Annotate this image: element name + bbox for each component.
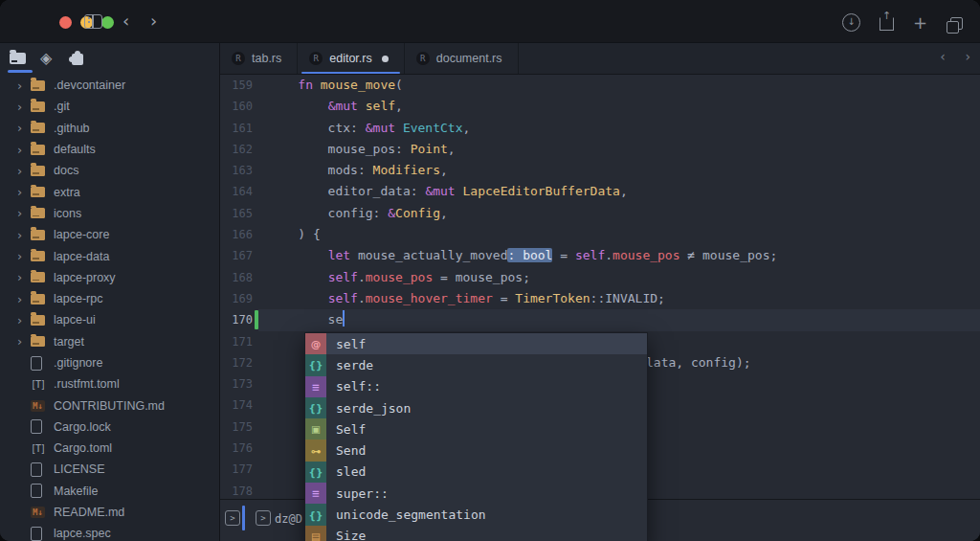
tree-item-label: README.md	[54, 506, 124, 519]
chevron-right-icon: ›	[17, 121, 31, 135]
code-line-161: 161 ctx: &mut EventCtx,	[220, 118, 980, 139]
line-number: 173	[220, 373, 253, 394]
tree-folder-lapce-ui[interactable]: ›lapce-ui	[0, 309, 219, 330]
tree-item-label: .rustfmt.toml	[54, 377, 120, 391]
tab-tab.rs[interactable]: Rtab.rs	[220, 43, 298, 74]
module-kind-icon: {}	[305, 354, 326, 375]
tab-scroll-right-icon[interactable]: ›	[965, 49, 970, 64]
line-number: 175	[220, 417, 253, 438]
tree-file-Cargo.toml[interactable]: [T]Cargo.toml	[0, 438, 219, 459]
tree-file-LICENSE[interactable]: LICENSE	[0, 459, 219, 480]
code-text: se	[268, 309, 345, 330]
tree-item-label: defaults	[54, 143, 96, 156]
tree-item-label: lapce-proxy	[54, 271, 116, 284]
tree-file-.gitignore[interactable]: .gitignore	[0, 352, 219, 373]
completion-item-unicode_segmentation[interactable]: {}unicode_segmentation	[305, 504, 647, 525]
tree-file-.rustfmt.toml[interactable]: [T].rustfmt.toml	[0, 373, 219, 394]
tree-item-label: target	[54, 335, 84, 349]
tree-folder-lapce-rpc[interactable]: ›lapce-rpc	[0, 288, 219, 309]
toml-file-icon: [T]	[31, 443, 50, 454]
sidebar-item-explorer[interactable]	[10, 50, 26, 64]
tree-item-label: .gitignore	[54, 356, 102, 370]
tree-item-label: Makefile	[54, 485, 99, 498]
code-text: config: &Config,	[268, 203, 448, 224]
current-line-highlight	[258, 309, 980, 330]
chevron-right-icon: ›	[17, 292, 31, 306]
close-window-button[interactable]	[59, 16, 72, 29]
completion-item-Size[interactable]: ▤Size	[305, 526, 647, 541]
folder-icon	[31, 251, 50, 261]
share-icon[interactable]	[880, 17, 894, 31]
zoom-window-button[interactable]	[101, 16, 114, 29]
tree-folder-extra[interactable]: ›extra	[0, 181, 219, 202]
windows-stack-icon[interactable]	[950, 17, 963, 30]
file-tree: ›.devcontainer›.git›.github›defaults›doc…	[0, 75, 219, 541]
completion-item-self[interactable]: @self	[305, 333, 647, 354]
tree-file-lapce.spec[interactable]: lapce.spec	[0, 523, 219, 541]
tree-folder-.git[interactable]: ›.git	[0, 96, 219, 117]
tree-file-Cargo.lock[interactable]: Cargo.lock	[0, 417, 219, 438]
chevron-right-icon: ›	[17, 334, 31, 349]
tree-folder-.devcontainer[interactable]: ›.devcontainer	[0, 75, 219, 96]
code-text: fn mouse_move(	[268, 75, 403, 96]
tree-file-CONTRIBUTING.md[interactable]: M↓CONTRIBUTING.md	[0, 394, 219, 416]
app-window: ‹ › ↓ + ◈ ›.devcontainer›.git›.github›de…	[0, 0, 980, 541]
chevron-right-icon: ›	[17, 185, 31, 199]
line-number: 170	[220, 309, 253, 330]
tree-item-label: lapce-data	[54, 250, 109, 263]
sidebar-item-plugins[interactable]	[69, 50, 83, 65]
chevron-right-icon: ›	[17, 313, 31, 327]
tree-item-label: .github	[54, 122, 90, 135]
tab-scroll-left-icon[interactable]: ‹	[940, 49, 946, 64]
nav-back-icon[interactable]: ‹	[122, 11, 129, 31]
completion-item-Send[interactable]: ⊶Send	[305, 440, 647, 461]
completion-item-sled[interactable]: {}sled	[305, 462, 647, 483]
tree-folder-lapce-proxy[interactable]: ›lapce-proxy	[0, 267, 219, 288]
line-number: 161	[220, 118, 253, 139]
line-number: 177	[220, 459, 253, 480]
nav-forward-icon[interactable]: ›	[150, 11, 157, 31]
new-window-icon[interactable]: +	[913, 14, 927, 31]
download-icon[interactable]: ↓	[842, 13, 860, 32]
code-fragment: lata, config);	[646, 352, 751, 373]
titlebar-actions: ↓ +	[842, 11, 963, 33]
tab-label: document.rs	[436, 52, 502, 65]
tree-folder-defaults[interactable]: ›defaults	[0, 139, 219, 160]
terminal-panel-icon[interactable]: >	[225, 510, 240, 526]
tab-document.rs[interactable]: Rdocument.rs	[405, 43, 519, 74]
md-file-icon: M↓	[31, 400, 50, 412]
sidebar-toggle-icon[interactable]	[84, 14, 102, 29]
completion-item-self::[interactable]: ≡self::	[305, 376, 647, 397]
module-kind-icon: {}	[305, 462, 326, 483]
completion-item-Self[interactable]: ▣Self	[305, 418, 647, 440]
tree-item-label: .git	[54, 100, 70, 113]
tree-folder-.github[interactable]: ›.github	[0, 118, 219, 139]
folder-icon	[31, 166, 50, 176]
tab-label: tab.rs	[252, 52, 281, 65]
folder-icon	[31, 272, 50, 282]
file-file-icon	[31, 527, 50, 541]
tree-folder-icons[interactable]: ›icons	[0, 203, 219, 224]
terminal-tab-title[interactable]: dz@D	[275, 512, 302, 526]
completion-item-serde[interactable]: {}serde	[305, 354, 647, 375]
completion-item-serde_json[interactable]: {}serde_json	[305, 397, 647, 418]
tab-scroll-controls: ‹ ›	[924, 49, 970, 64]
tree-file-Makefile[interactable]: Makefile	[0, 481, 219, 502]
completion-item-label: Send	[336, 443, 366, 458]
completion-item-label: Size	[336, 529, 366, 541]
terminal-tab-icon[interactable]: >	[256, 510, 271, 526]
folder-icon	[31, 208, 50, 218]
tree-folder-docs[interactable]: ›docs	[0, 160, 219, 181]
tree-item-label: lapce-core	[54, 228, 109, 241]
completion-item-super::[interactable]: ≡super::	[305, 483, 647, 504]
tree-folder-lapce-core[interactable]: ›lapce-core	[0, 224, 219, 245]
tree-folder-target[interactable]: ›target	[0, 331, 219, 352]
tab-editor.rs[interactable]: Reditor.rs	[298, 43, 404, 74]
tree-folder-lapce-data[interactable]: ›lapce-data	[0, 245, 219, 266]
tree-file-README.md[interactable]: M↓README.md	[0, 502, 219, 523]
sidebar-item-source-control[interactable]: ◈	[40, 50, 52, 67]
keyword-kind-icon: ≡	[305, 483, 326, 504]
keyword-kind-icon: ≡	[305, 376, 326, 397]
tree-item-label: lapce-ui	[54, 313, 96, 327]
toml-file-icon: [T]	[31, 379, 50, 390]
